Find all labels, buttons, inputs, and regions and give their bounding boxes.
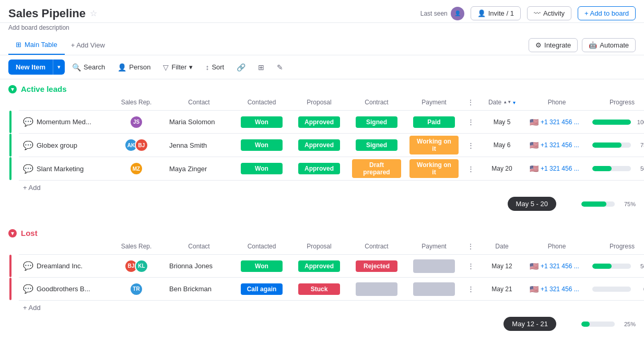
- cell-row-name: 💬 Slant Marketing: [19, 162, 108, 176]
- sort-arrows-icon: ▲▼: [503, 100, 511, 104]
- group-toggle-active[interactable]: ▾: [8, 85, 17, 93]
- comment-icon[interactable]: 💬: [23, 261, 33, 271]
- cell-salesrep: MZ: [108, 160, 165, 177]
- status-badge-payment[interactable]: Working on it: [409, 136, 459, 154]
- phone-text[interactable]: +1 321 456 ...: [541, 263, 579, 270]
- phone-text[interactable]: +1 321 456 ...: [541, 165, 579, 172]
- progress-bar-wrap: [592, 120, 631, 125]
- cell-phone: 🇺🇸 +1 321 456 ...: [525, 139, 588, 151]
- cell-dots[interactable]: ⋮: [463, 163, 478, 175]
- cell-contacted: Won: [233, 258, 290, 274]
- status-badge-proposal[interactable]: Approved: [298, 163, 340, 174]
- status-badge-contacted[interactable]: Won: [241, 163, 283, 174]
- link-icon-button[interactable]: 🔗: [231, 60, 251, 75]
- date-col-chevron[interactable]: ▾: [513, 100, 516, 105]
- add-view-button[interactable]: + Add View: [65, 37, 111, 53]
- automate-button[interactable]: 🤖 Automate: [582, 38, 636, 52]
- comment-icon[interactable]: 💬: [23, 164, 33, 174]
- summary-progress-pct: 75%: [619, 201, 636, 207]
- invite-button[interactable]: 👤 Invite / 1: [471, 6, 521, 20]
- comment-icon[interactable]: 💬: [23, 284, 33, 294]
- star-icon[interactable]: ☆: [90, 8, 97, 18]
- flag-icon: 🇺🇸: [530, 262, 538, 270]
- table-area: ▾ Active leads Sales Rep. Contact Contac…: [0, 79, 644, 343]
- status-badge-payment[interactable]: Paid: [413, 116, 455, 128]
- cell-dots[interactable]: ⋮: [463, 116, 478, 128]
- cell-payment: [405, 280, 463, 298]
- status-badge-contract[interactable]: Draft prepared: [352, 159, 401, 178]
- cell-phone: 🇺🇸 +1 321 456 ...: [525, 116, 588, 128]
- person-icon: 👤: [477, 9, 486, 17]
- search-button[interactable]: 🔍 Search: [67, 60, 110, 75]
- status-badge-contacted[interactable]: Won: [241, 260, 283, 272]
- cell-contract: Signed: [348, 114, 405, 130]
- table-row: 💬 Slant Marketing MZ Maya Zinger Won App…: [19, 157, 644, 181]
- status-badge-payment-empty: [413, 282, 455, 296]
- cell-phone: 🇺🇸 +1 321 456 ...: [525, 283, 588, 295]
- col-header-progress: Progress: [588, 97, 644, 108]
- col-header-contract: Contract: [348, 97, 405, 108]
- cell-row-name: 💬 Goodbrothers B...: [19, 282, 108, 296]
- summary-lost: May 12 - 21 25%: [8, 315, 644, 335]
- col-header-phone: Phone: [525, 241, 588, 252]
- status-badge-contacted[interactable]: Won: [241, 139, 283, 151]
- more-icon-button[interactable]: ✎: [272, 60, 288, 75]
- cell-proposal: Stuck: [290, 281, 348, 297]
- status-badge-contacted[interactable]: Won: [241, 116, 283, 128]
- status-badge-payment[interactable]: Working on it: [409, 159, 459, 178]
- comment-icon[interactable]: 💬: [23, 140, 33, 150]
- group-toggle-lost[interactable]: ▾: [8, 229, 17, 237]
- add-to-board-button[interactable]: + Add to board: [578, 6, 636, 20]
- tab-main-table[interactable]: ⊞ Main Table: [8, 35, 65, 55]
- group-header-active: ▾ Active leads: [8, 79, 644, 97]
- add-row-lost[interactable]: + Add: [8, 301, 644, 315]
- progress-pct: 75%: [635, 142, 644, 148]
- progress-pct: 50%: [635, 263, 644, 269]
- col-header-proposal: Proposal: [290, 97, 348, 108]
- col-header-date[interactable]: Date ▲▼ ▾: [478, 97, 525, 108]
- embed-icon-button[interactable]: ⊞: [253, 60, 270, 75]
- activity-button[interactable]: 〰 Activity: [527, 6, 571, 20]
- person-button[interactable]: 👤 Person: [112, 60, 156, 75]
- cell-dots[interactable]: ⋮: [463, 283, 478, 295]
- status-badge-contract[interactable]: Signed: [356, 139, 397, 151]
- cell-salesrep: JS: [108, 113, 165, 131]
- summary-progress-fill-lost: [581, 322, 590, 327]
- status-badge-proposal[interactable]: Approved: [298, 139, 340, 151]
- add-row-active[interactable]: + Add: [8, 181, 644, 195]
- integrate-icon: ⚙: [535, 41, 542, 49]
- phone-text[interactable]: +1 321 456 ...: [541, 141, 579, 149]
- cell-contract: [348, 280, 405, 298]
- integrate-button[interactable]: ⚙ Integrate: [529, 38, 578, 52]
- cell-dots[interactable]: ⋮: [463, 139, 478, 151]
- col-header-name: [19, 244, 108, 248]
- cell-contact: Brionna Jones: [165, 260, 233, 272]
- avatar: JS: [130, 115, 143, 129]
- status-badge-proposal[interactable]: Approved: [298, 116, 340, 128]
- status-badge-contacted[interactable]: Call again: [241, 283, 283, 295]
- group-lost: ▾ Lost Sales Rep. Contact Contacted Prop…: [8, 223, 644, 335]
- phone-text[interactable]: +1 321 456 ...: [541, 118, 579, 126]
- col-header-proposal: Proposal: [290, 241, 348, 252]
- comment-icon[interactable]: 💬: [23, 117, 33, 127]
- progress-bar-wrap: [592, 166, 631, 171]
- link-icon: 🔗: [237, 63, 245, 72]
- col-header-phone: Phone: [525, 97, 588, 108]
- status-badge-contract[interactable]: Rejected: [356, 260, 397, 272]
- new-item-button-group[interactable]: New Item ▾: [8, 59, 65, 75]
- status-badge-proposal[interactable]: Approved: [298, 260, 340, 272]
- cell-salesrep: AK BJ: [108, 136, 165, 154]
- new-item-caret[interactable]: ▾: [53, 59, 65, 75]
- col-header-name: [19, 100, 108, 104]
- board-description[interactable]: Add board description: [0, 23, 644, 35]
- cell-date: May 20: [478, 163, 525, 174]
- phone-text[interactable]: +1 321 456 ...: [541, 285, 579, 293]
- filter-button[interactable]: ▽ Filter ▾: [158, 60, 198, 75]
- row-indicator: [9, 134, 11, 157]
- sort-button[interactable]: ↕ Sort: [200, 60, 229, 75]
- status-badge-proposal[interactable]: Stuck: [298, 283, 340, 295]
- cell-dots[interactable]: ⋮: [463, 260, 478, 272]
- search-icon: 🔍: [72, 63, 81, 72]
- status-badge-contract[interactable]: Signed: [356, 116, 397, 128]
- new-item-button[interactable]: New Item: [8, 59, 53, 75]
